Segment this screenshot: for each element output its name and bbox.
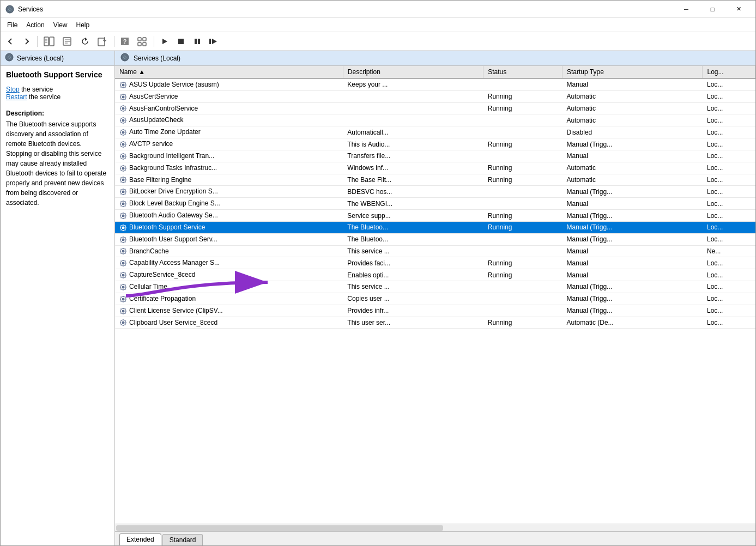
- table-row[interactable]: Cellular TimeThis service ...Manual (Tri…: [115, 281, 755, 293]
- cell-description: BDESVC hos...: [343, 186, 483, 198]
- table-row[interactable]: BranchCacheThis service ...ManualNe...: [115, 245, 755, 257]
- refresh-button[interactable]: [77, 34, 93, 48]
- tab-extended[interactable]: Extended: [119, 533, 161, 545]
- table-row[interactable]: Bluetooth Support ServiceThe Bluetoo...R…: [115, 221, 755, 233]
- table-row[interactable]: AsusFanControlServiceRunningAutomaticLoc…: [115, 102, 755, 114]
- service-gear-icon: [119, 199, 127, 207]
- table-row[interactable]: Client License Service (ClipSV...Provide…: [115, 305, 755, 317]
- svg-point-49: [122, 203, 125, 205]
- cell-description: Enables opti...: [343, 269, 483, 281]
- table-row[interactable]: AsusUpdateCheckAutomaticLoc...: [115, 114, 755, 126]
- menu-action[interactable]: Action: [22, 19, 49, 31]
- description-text: The Bluetooth service supports discovery…: [6, 119, 109, 208]
- svg-point-69: [122, 321, 125, 324]
- cell-name: Block Level Backup Engine S...: [115, 198, 343, 210]
- export-button[interactable]: [94, 34, 111, 48]
- table-row[interactable]: Capability Access Manager S...Provides f…: [115, 257, 755, 269]
- cell-startup-type: Manual (Trigg...: [563, 281, 703, 293]
- cell-startup-type: Manual (Trigg...: [563, 233, 703, 245]
- table-row[interactable]: Auto Time Zone UpdaterAutomaticall...Dis…: [115, 126, 755, 138]
- service-gear-icon: [119, 187, 127, 195]
- cell-log-on-as: Loc...: [703, 174, 755, 186]
- scrollbar-thumb[interactable]: [116, 525, 443, 531]
- table-row[interactable]: Block Level Backup Engine S...The WBENGI…: [115, 198, 755, 210]
- table-row[interactable]: BitLocker Drive Encryption S...BDESVC ho…: [115, 186, 755, 198]
- back-button[interactable]: [3, 34, 18, 48]
- help-button[interactable]: ?: [117, 34, 132, 48]
- stop-service-link[interactable]: Stop: [6, 86, 20, 93]
- svg-point-57: [122, 250, 125, 253]
- cell-status: [483, 281, 563, 293]
- properties-button[interactable]: [59, 34, 76, 48]
- table-row[interactable]: AVCTP serviceThis is Audio...RunningManu…: [115, 138, 755, 150]
- svg-point-1: [9, 8, 11, 10]
- svg-rect-16: [143, 38, 146, 41]
- minimize-button[interactable]: ─: [674, 1, 699, 17]
- cell-status: Running: [483, 138, 563, 150]
- table-row[interactable]: Base Filtering EngineThe Base Filt...Run…: [115, 174, 755, 186]
- cell-status: [483, 126, 563, 138]
- description-section: Description: The Bluetooth service suppo…: [6, 110, 109, 208]
- window-controls: ─ □ ✕: [674, 1, 751, 17]
- menu-view[interactable]: View: [49, 19, 72, 31]
- table-row[interactable]: Certificate PropagationCopies user ...Ma…: [115, 293, 755, 305]
- stop-button[interactable]: [173, 34, 189, 48]
- table-row[interactable]: Background Intelligent Tran...Transfers …: [115, 150, 755, 162]
- table-row[interactable]: Background Tasks Infrastruc...Windows in…: [115, 162, 755, 174]
- cell-startup-type: Automatic: [563, 174, 703, 186]
- svg-point-53: [122, 226, 125, 229]
- restart-service-link[interactable]: Restart: [6, 93, 27, 101]
- table-header-row: Name ▲ Description Status Startup Type: [115, 66, 755, 78]
- cell-description: Keeps your ...: [343, 78, 483, 90]
- svg-point-26: [124, 56, 126, 58]
- forward-button[interactable]: [19, 34, 34, 48]
- play-button[interactable]: [157, 34, 172, 48]
- restart-service-text: the service: [29, 93, 61, 101]
- toolbar-sep-2: [114, 36, 114, 47]
- table-row[interactable]: Clipboard User Service_8cecdThis user se…: [115, 317, 755, 329]
- col-header-startup-type[interactable]: Startup Type: [563, 66, 703, 78]
- svg-point-65: [122, 298, 125, 300]
- table-row[interactable]: AsusCertServiceRunningAutomaticLoc...: [115, 90, 755, 102]
- cell-name: BranchCache: [115, 245, 343, 257]
- svg-point-51: [122, 214, 125, 217]
- title-bar: Services ─ □ ✕: [1, 1, 755, 18]
- pause-button[interactable]: [190, 34, 205, 48]
- cell-log-on-as: Ne...: [703, 245, 755, 257]
- service-name-text: Cellular Time: [129, 283, 167, 290]
- svg-rect-22: [209, 39, 211, 44]
- cell-status: Running: [483, 162, 563, 174]
- service-name-text: Bluetooth Support Service: [129, 223, 205, 231]
- cell-name: Capability Access Manager S...: [115, 257, 343, 269]
- col-header-status[interactable]: Status: [483, 66, 563, 78]
- cell-description: The Bluetoo...: [343, 221, 483, 233]
- maximize-button[interactable]: □: [700, 1, 725, 17]
- col-header-name[interactable]: Name ▲: [115, 66, 343, 78]
- services-table-container[interactable]: Name ▲ Description Status Startup Type: [115, 66, 755, 524]
- cell-startup-type: Automatic: [563, 90, 703, 102]
- cell-description: This is Audio...: [343, 138, 483, 150]
- svg-point-67: [122, 310, 125, 312]
- description-label: Description:: [6, 110, 109, 117]
- console-tree-button[interactable]: [40, 34, 58, 48]
- table-row[interactable]: ASUS Update Service (asusm)Keeps your ..…: [115, 78, 755, 90]
- cell-log-on-as: Loc...: [703, 114, 755, 126]
- table-row[interactable]: Bluetooth Audio Gateway Se...Service sup…: [115, 210, 755, 222]
- col-header-description[interactable]: Description: [343, 66, 483, 78]
- table-row[interactable]: CaptureService_8cecdEnables opti...Runni…: [115, 269, 755, 281]
- table-body: ASUS Update Service (asusm)Keeps your ..…: [115, 78, 755, 329]
- menu-help[interactable]: Help: [72, 19, 94, 31]
- service-name-text: Capability Access Manager S...: [129, 259, 220, 266]
- svg-rect-2: [44, 37, 49, 46]
- close-button[interactable]: ✕: [726, 1, 751, 17]
- view-icon-button[interactable]: [134, 34, 151, 48]
- table-row[interactable]: Bluetooth User Support Serv...The Blueto…: [115, 233, 755, 245]
- resume-button[interactable]: [206, 34, 221, 48]
- col-header-log-on-as[interactable]: Log...: [703, 66, 755, 78]
- service-name-text: Base Filtering Engine: [129, 176, 191, 184]
- cell-name: ASUS Update Service (asusm): [115, 78, 343, 90]
- horizontal-scrollbar[interactable]: [115, 524, 755, 531]
- tab-standard[interactable]: Standard: [162, 534, 203, 545]
- menu-file[interactable]: File: [3, 19, 22, 31]
- cell-log-on-as: Loc...: [703, 138, 755, 150]
